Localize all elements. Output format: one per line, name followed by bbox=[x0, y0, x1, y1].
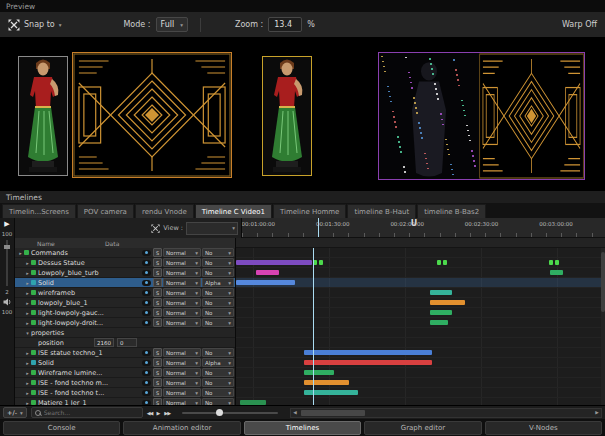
track-lane-5[interactable] bbox=[236, 298, 605, 308]
search-input[interactable] bbox=[44, 409, 124, 416]
timeline-tab-timelin-screens[interactable]: Timelin...Screens bbox=[2, 204, 76, 218]
matte-dropdown[interactable]: No▾ bbox=[202, 258, 234, 267]
track-lane-11[interactable] bbox=[236, 358, 605, 368]
visibility-eye-icon[interactable] bbox=[142, 350, 151, 356]
visibility-eye-icon[interactable] bbox=[142, 250, 151, 256]
track-lane-3[interactable] bbox=[236, 278, 605, 288]
clip-bar[interactable] bbox=[304, 360, 431, 365]
track-canvas[interactable] bbox=[236, 248, 605, 405]
track-row-ise-fond-techno-t[interactable]: ▸ISE - fond techno t...SNormal▾No▾ bbox=[15, 388, 235, 398]
track-lane-6[interactable] bbox=[236, 308, 605, 318]
timeline-tab-timeline-b-bas2[interactable]: timeline B-Bas2 bbox=[417, 204, 486, 218]
snap-to-label[interactable]: Snap to bbox=[24, 20, 55, 29]
track-lane-8[interactable] bbox=[236, 328, 605, 338]
matte-dropdown[interactable]: Alpha▾ bbox=[202, 278, 234, 287]
scroll-left-icon[interactable]: ◀ bbox=[291, 410, 299, 415]
solo-button[interactable]: S bbox=[153, 268, 162, 277]
scrollbar-track[interactable] bbox=[299, 410, 593, 416]
solo-button[interactable]: S bbox=[153, 388, 162, 397]
expand-arrow-icon[interactable]: ▸ bbox=[24, 360, 31, 366]
blend-mode-dropdown[interactable]: Normal▾ bbox=[163, 398, 201, 405]
solo-button[interactable]: S bbox=[153, 288, 162, 297]
clip-bar[interactable] bbox=[240, 400, 266, 405]
clip-bar[interactable] bbox=[236, 280, 295, 285]
track-row-lowpoly_blue_1[interactable]: ▸lowpoly_blue_1SNormal▾No▾ bbox=[15, 298, 235, 308]
opacity-top-value[interactable]: 100 bbox=[2, 231, 13, 237]
solo-button[interactable]: S bbox=[153, 298, 162, 307]
scroll-right-icon[interactable]: ▶ bbox=[593, 410, 601, 415]
clip-bar[interactable] bbox=[430, 310, 452, 315]
zoom-value-field[interactable]: 13.4 bbox=[268, 17, 302, 32]
clip-bar[interactable] bbox=[430, 290, 452, 295]
add-remove-button[interactable]: +/- ▾ bbox=[3, 407, 27, 418]
solo-button[interactable]: S bbox=[153, 248, 162, 257]
timeline-tab-rendu-vnode[interactable]: rendu Vnode bbox=[135, 204, 194, 218]
visibility-eye-icon[interactable] bbox=[142, 380, 151, 386]
play-button[interactable]: ▶ bbox=[4, 221, 9, 228]
matte-dropdown[interactable]: No▾ bbox=[202, 388, 234, 397]
track-row-light-lowpoly-gauc[interactable]: ▸light-lowpoly-gauc...SNormal▾No▾ bbox=[15, 308, 235, 318]
vertical-scrollbar[interactable] bbox=[601, 248, 605, 405]
expand-arrow-icon[interactable]: ▸ bbox=[17, 250, 24, 256]
track-lane-2[interactable] bbox=[236, 268, 605, 278]
track-lane-13[interactable] bbox=[236, 378, 605, 388]
timeline-ruler[interactable]: 00:01:00:0000:01:30:0000:02:00:0000:02:3… bbox=[242, 218, 605, 238]
expand-arrow-icon[interactable]: ▸ bbox=[24, 350, 31, 356]
warp-toggle[interactable]: Warp Off bbox=[562, 20, 597, 29]
track-lane-15[interactable] bbox=[236, 398, 605, 405]
track-row-position[interactable]: position21600 bbox=[15, 338, 235, 348]
expand-arrow-icon[interactable]: ▸ bbox=[24, 300, 31, 306]
speaker-icon[interactable] bbox=[3, 298, 12, 306]
scrollbar-thumb[interactable] bbox=[301, 410, 365, 416]
expand-arrow-icon[interactable]: ▸ bbox=[24, 310, 31, 316]
expand-arrow-icon[interactable]: ▸ bbox=[24, 390, 31, 396]
track-row-ise-fond-techno-m[interactable]: ▸ISE - fond techno m...SNormal▾No▾ bbox=[15, 378, 235, 388]
track-lane-0[interactable] bbox=[236, 248, 605, 258]
matte-dropdown[interactable]: No▾ bbox=[202, 318, 234, 327]
search-box[interactable] bbox=[31, 407, 143, 418]
blend-mode-dropdown[interactable]: Normal▾ bbox=[163, 388, 201, 397]
blend-mode-dropdown[interactable]: Normal▾ bbox=[163, 378, 201, 387]
visibility-eye-icon[interactable] bbox=[142, 270, 151, 276]
blend-mode-dropdown[interactable]: Normal▾ bbox=[163, 298, 201, 307]
timeline-tab-timeline-b-haut[interactable]: timeline B-Haut bbox=[347, 204, 416, 218]
clip-bar[interactable] bbox=[555, 260, 559, 265]
expand-arrow-icon[interactable]: ▸ bbox=[24, 380, 31, 386]
track-lane-1[interactable] bbox=[236, 258, 605, 268]
track-row-solid[interactable]: ▸SolidSNormal▾Alpha▾ bbox=[15, 278, 235, 288]
expand-arrow-icon[interactable]: ▾ bbox=[24, 330, 31, 336]
track-lane-12[interactable] bbox=[236, 368, 605, 378]
expand-arrow-icon[interactable]: ▸ bbox=[24, 320, 31, 326]
matte-dropdown[interactable]: No▾ bbox=[202, 308, 234, 317]
tab-graph-editor[interactable]: Graph editor bbox=[364, 421, 481, 435]
preview-layer-statue-left[interactable] bbox=[18, 56, 68, 176]
track-lane-14[interactable] bbox=[236, 388, 605, 398]
clip-bar[interactable] bbox=[304, 350, 431, 355]
blend-mode-dropdown[interactable]: Normal▾ bbox=[163, 368, 201, 377]
property-value[interactable]: 2160 bbox=[94, 338, 114, 347]
vertical-slider[interactable] bbox=[6, 240, 8, 286]
visibility-eye-icon[interactable] bbox=[142, 300, 151, 306]
expand-arrow-icon[interactable]: ▸ bbox=[24, 370, 31, 376]
solo-button[interactable]: S bbox=[153, 258, 162, 267]
timeline-tab-timeline-homme[interactable]: Timeline Homme bbox=[273, 204, 346, 218]
track-row-matiere-1-jer_1[interactable]: ▸Matiere 1 Jer_1SNormal▾No▾ bbox=[15, 398, 235, 405]
timeline-tab-timeline-c-video1[interactable]: Timeline C Video1 bbox=[195, 204, 272, 218]
vertical-scrollbar-thumb[interactable] bbox=[601, 252, 605, 312]
mode-dropdown[interactable]: Full ▾ bbox=[156, 17, 188, 32]
blend-mode-dropdown[interactable]: Normal▾ bbox=[163, 358, 201, 367]
track-lane-7[interactable] bbox=[236, 318, 605, 328]
preview-layer-deco-pattern[interactable] bbox=[72, 52, 232, 178]
solo-button[interactable]: S bbox=[153, 398, 162, 405]
track-lane-10[interactable] bbox=[236, 348, 605, 358]
clip-bar[interactable] bbox=[549, 260, 553, 265]
matte-dropdown[interactable]: No▾ bbox=[202, 348, 234, 357]
timeline-tab-pov-camera[interactable]: POV camera bbox=[77, 204, 134, 218]
track-lane-9[interactable] bbox=[236, 338, 605, 348]
visibility-eye-icon[interactable] bbox=[142, 260, 151, 266]
preview-layer-statue-center[interactable] bbox=[262, 56, 312, 176]
clip-bar[interactable] bbox=[319, 260, 323, 265]
skip-end-button[interactable]: ▶▶ bbox=[164, 410, 170, 416]
track-row-solid[interactable]: ▸SolidSNormal▾Alpha▾ bbox=[15, 358, 235, 368]
slider-knob[interactable] bbox=[216, 409, 223, 416]
